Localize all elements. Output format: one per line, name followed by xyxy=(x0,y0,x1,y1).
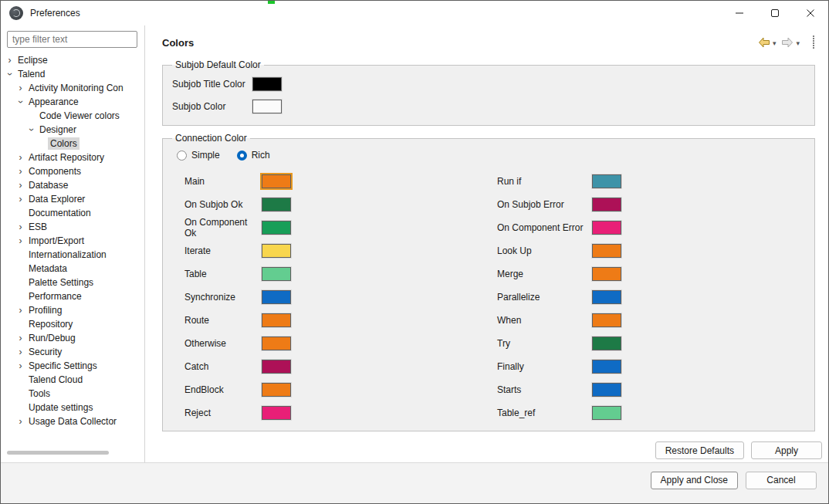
tree-item-run-debug[interactable]: ›Run/Debug xyxy=(1,331,144,345)
radio-label: Rich xyxy=(252,150,270,161)
connection-row-on-component-ok: On Component Ok xyxy=(184,216,497,239)
horizontal-scrollbar[interactable] xyxy=(7,450,138,456)
tree-item-profiling[interactable]: ›Profiling xyxy=(1,303,144,317)
maximize-button[interactable] xyxy=(757,1,793,25)
apply-button[interactable]: Apply xyxy=(751,441,822,459)
subjob-color-swatch[interactable] xyxy=(252,100,282,113)
table-color-swatch[interactable] xyxy=(262,267,291,281)
tree-item-eclipse[interactable]: ›Eclipse xyxy=(1,53,144,67)
chevron-right-icon[interactable]: › xyxy=(15,164,26,178)
tree-item-designer[interactable]: ›Designer xyxy=(1,123,144,137)
restore-defaults-button[interactable]: Restore Defaults xyxy=(655,441,744,459)
app-icon xyxy=(9,6,23,20)
on-component-error-color-swatch[interactable] xyxy=(592,221,621,235)
chevron-right-icon[interactable]: › xyxy=(4,53,15,67)
chevron-down-icon[interactable]: › xyxy=(25,124,39,136)
back-dropdown-chevron-icon[interactable]: ▾ xyxy=(773,39,777,47)
look-up-color-swatch[interactable] xyxy=(592,244,621,258)
chevron-right-icon[interactable]: › xyxy=(15,345,26,359)
tree-item-security[interactable]: ›Security xyxy=(1,345,144,359)
tree-item-activity-monitoring-con[interactable]: ›Activity Monitoring Con xyxy=(1,81,144,95)
connection-label: Route xyxy=(184,315,262,326)
connection-row-on-subjob-ok: On Subjob Ok xyxy=(184,193,497,216)
merge-color-swatch[interactable] xyxy=(592,267,621,281)
catch-color-swatch[interactable] xyxy=(262,360,291,374)
scrollbar-thumb[interactable] xyxy=(7,451,109,455)
chevron-right-icon[interactable]: › xyxy=(15,331,26,345)
tree-item-internationalization[interactable]: Internationalization xyxy=(1,248,144,262)
try-color-swatch[interactable] xyxy=(592,337,621,350)
minimize-button[interactable] xyxy=(722,1,757,25)
connection-label: On Subjob Error xyxy=(497,199,592,210)
tree-item-palette-settings[interactable]: Palette Settings xyxy=(1,276,144,289)
on-component-ok-color-swatch[interactable] xyxy=(262,221,291,235)
connection-label: Otherwise xyxy=(184,338,262,349)
otherwise-color-swatch[interactable] xyxy=(262,337,291,350)
chevron-right-icon[interactable]: › xyxy=(15,151,26,164)
radio-rich[interactable]: Rich xyxy=(237,150,270,161)
tree-item-components[interactable]: ›Components xyxy=(1,164,144,178)
finally-color-swatch[interactable] xyxy=(592,360,621,374)
tree-item-import-export[interactable]: ›Import/Export xyxy=(1,234,144,248)
tree-item-esb[interactable]: ›ESB xyxy=(1,220,144,234)
tree-item-colors[interactable]: Colors xyxy=(1,137,144,151)
synchronize-color-swatch[interactable] xyxy=(262,290,291,304)
subjob-title-color-swatch[interactable] xyxy=(252,77,282,91)
apply-and-close-button[interactable]: Apply and Close xyxy=(651,472,738,489)
chevron-down-icon[interactable]: › xyxy=(3,69,17,80)
run-if-color-swatch[interactable] xyxy=(592,174,621,188)
tree-item-usage-data-collector[interactable]: ›Usage Data Collector xyxy=(1,414,144,428)
chevron-right-icon[interactable]: › xyxy=(15,192,26,206)
tree-item-data-explorer[interactable]: ›Data Explorer xyxy=(1,192,144,206)
when-color-swatch[interactable] xyxy=(592,313,621,327)
tree-item-talend-cloud[interactable]: Talend Cloud xyxy=(1,373,144,387)
forward-button[interactable] xyxy=(780,36,794,49)
route-color-swatch[interactable] xyxy=(262,313,291,327)
page-header: Colors ▾ ▾ xyxy=(162,25,815,59)
table-ref-color-swatch[interactable] xyxy=(592,406,621,420)
forward-dropdown-chevron-icon[interactable]: ▾ xyxy=(796,39,800,47)
starts-color-swatch[interactable] xyxy=(592,383,621,397)
close-button[interactable] xyxy=(793,1,828,25)
cancel-button[interactable]: Cancel xyxy=(746,472,817,489)
main-color-swatch[interactable] xyxy=(262,174,291,188)
tree-item-documentation[interactable]: Documentation xyxy=(1,206,144,220)
tree-item-repository[interactable]: Repository xyxy=(1,317,144,331)
connection-row-table-ref: Table_ref xyxy=(497,401,621,425)
chevron-right-icon[interactable]: › xyxy=(15,303,26,317)
tree-item-code-viewer-colors[interactable]: Code Viewer colors xyxy=(1,109,144,123)
filter-input[interactable] xyxy=(7,31,137,48)
reject-color-swatch[interactable] xyxy=(262,406,291,420)
tree-item-performance[interactable]: Performance xyxy=(1,289,144,303)
tree-item-database[interactable]: ›Database xyxy=(1,178,144,192)
tree-item-appearance[interactable]: ›Appearance xyxy=(1,95,144,109)
chevron-right-icon[interactable]: › xyxy=(15,81,26,95)
tree-item-tools[interactable]: Tools xyxy=(1,387,144,401)
tree-item-artifact-repository[interactable]: ›Artifact Repository xyxy=(1,151,144,164)
chevron-right-icon[interactable]: › xyxy=(15,414,26,428)
preferences-window: Preferences ›Eclipse›Talend›Activity Mon… xyxy=(0,0,829,504)
radio-simple[interactable]: Simple xyxy=(177,150,220,161)
on-subjob-error-color-swatch[interactable] xyxy=(592,198,621,211)
tree-item-label: Repository xyxy=(26,318,75,330)
on-subjob-ok-color-swatch[interactable] xyxy=(262,198,291,211)
chevron-right-icon[interactable]: › xyxy=(15,234,26,248)
connection-row-catch: Catch xyxy=(184,355,497,378)
tree-item-metadata[interactable]: Metadata xyxy=(1,262,144,276)
chevron-right-icon[interactable]: › xyxy=(15,220,26,234)
parallelize-color-swatch[interactable] xyxy=(592,290,621,304)
tree-item-specific-settings[interactable]: ›Specific Settings xyxy=(1,359,144,373)
chevron-right-icon[interactable]: › xyxy=(15,359,26,373)
chevron-down-icon[interactable]: › xyxy=(14,96,28,108)
tree-item-update-settings[interactable]: Update settings xyxy=(1,401,144,414)
chevron-right-icon[interactable]: › xyxy=(15,178,26,192)
tree-item-label: Database xyxy=(26,179,70,191)
radio-selected-icon xyxy=(237,151,247,161)
iterate-color-swatch[interactable] xyxy=(262,244,291,258)
tree-item-talend[interactable]: ›Talend xyxy=(1,67,144,81)
endblock-color-swatch[interactable] xyxy=(262,383,291,397)
color-label: Subjob Color xyxy=(172,101,252,112)
view-menu-icon[interactable] xyxy=(812,35,815,50)
back-button[interactable] xyxy=(757,36,771,49)
connection-row-when: When xyxy=(497,309,621,332)
